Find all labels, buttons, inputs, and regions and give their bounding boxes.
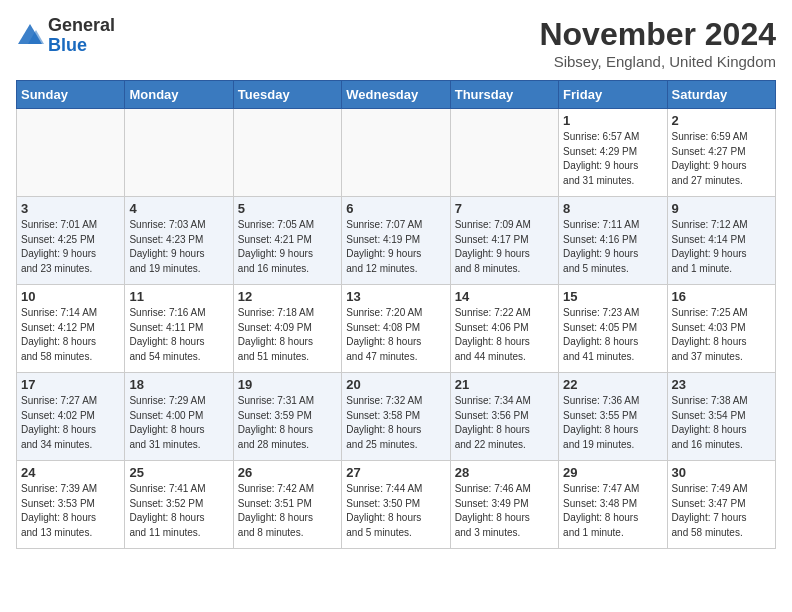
calendar-cell: 5Sunrise: 7:05 AM Sunset: 4:21 PM Daylig…: [233, 197, 341, 285]
calendar-cell: 6Sunrise: 7:07 AM Sunset: 4:19 PM Daylig…: [342, 197, 450, 285]
calendar-week-3: 10Sunrise: 7:14 AM Sunset: 4:12 PM Dayli…: [17, 285, 776, 373]
day-info: Sunrise: 7:23 AM Sunset: 4:05 PM Dayligh…: [563, 306, 662, 364]
calendar-week-2: 3Sunrise: 7:01 AM Sunset: 4:25 PM Daylig…: [17, 197, 776, 285]
column-header-sunday: Sunday: [17, 81, 125, 109]
calendar-cell: 15Sunrise: 7:23 AM Sunset: 4:05 PM Dayli…: [559, 285, 667, 373]
day-info: Sunrise: 7:29 AM Sunset: 4:00 PM Dayligh…: [129, 394, 228, 452]
month-title: November 2024: [539, 16, 776, 53]
day-info: Sunrise: 7:41 AM Sunset: 3:52 PM Dayligh…: [129, 482, 228, 540]
day-number: 2: [672, 113, 771, 128]
calendar-table: SundayMondayTuesdayWednesdayThursdayFrid…: [16, 80, 776, 549]
calendar-cell: 29Sunrise: 7:47 AM Sunset: 3:48 PM Dayli…: [559, 461, 667, 549]
calendar-cell: 18Sunrise: 7:29 AM Sunset: 4:00 PM Dayli…: [125, 373, 233, 461]
calendar-cell: 19Sunrise: 7:31 AM Sunset: 3:59 PM Dayli…: [233, 373, 341, 461]
day-number: 26: [238, 465, 337, 480]
day-number: 9: [672, 201, 771, 216]
day-number: 5: [238, 201, 337, 216]
calendar-cell: 2Sunrise: 6:59 AM Sunset: 4:27 PM Daylig…: [667, 109, 775, 197]
day-info: Sunrise: 7:09 AM Sunset: 4:17 PM Dayligh…: [455, 218, 554, 276]
day-info: Sunrise: 7:22 AM Sunset: 4:06 PM Dayligh…: [455, 306, 554, 364]
calendar-cell: 24Sunrise: 7:39 AM Sunset: 3:53 PM Dayli…: [17, 461, 125, 549]
calendar-week-1: 1Sunrise: 6:57 AM Sunset: 4:29 PM Daylig…: [17, 109, 776, 197]
title-block: November 2024 Sibsey, England, United Ki…: [539, 16, 776, 70]
calendar-cell: 4Sunrise: 7:03 AM Sunset: 4:23 PM Daylig…: [125, 197, 233, 285]
calendar-cell: 7Sunrise: 7:09 AM Sunset: 4:17 PM Daylig…: [450, 197, 558, 285]
day-number: 30: [672, 465, 771, 480]
day-number: 25: [129, 465, 228, 480]
location: Sibsey, England, United Kingdom: [539, 53, 776, 70]
day-number: 28: [455, 465, 554, 480]
calendar-cell: 26Sunrise: 7:42 AM Sunset: 3:51 PM Dayli…: [233, 461, 341, 549]
day-number: 20: [346, 377, 445, 392]
day-info: Sunrise: 7:39 AM Sunset: 3:53 PM Dayligh…: [21, 482, 120, 540]
day-number: 7: [455, 201, 554, 216]
day-number: 17: [21, 377, 120, 392]
column-header-monday: Monday: [125, 81, 233, 109]
calendar-cell: [125, 109, 233, 197]
calendar-cell: 25Sunrise: 7:41 AM Sunset: 3:52 PM Dayli…: [125, 461, 233, 549]
day-info: Sunrise: 6:59 AM Sunset: 4:27 PM Dayligh…: [672, 130, 771, 188]
day-info: Sunrise: 7:25 AM Sunset: 4:03 PM Dayligh…: [672, 306, 771, 364]
calendar-cell: 22Sunrise: 7:36 AM Sunset: 3:55 PM Dayli…: [559, 373, 667, 461]
calendar-cell: [450, 109, 558, 197]
day-number: 12: [238, 289, 337, 304]
day-info: Sunrise: 7:07 AM Sunset: 4:19 PM Dayligh…: [346, 218, 445, 276]
day-info: Sunrise: 7:32 AM Sunset: 3:58 PM Dayligh…: [346, 394, 445, 452]
day-number: 22: [563, 377, 662, 392]
calendar-cell: 21Sunrise: 7:34 AM Sunset: 3:56 PM Dayli…: [450, 373, 558, 461]
day-info: Sunrise: 7:46 AM Sunset: 3:49 PM Dayligh…: [455, 482, 554, 540]
day-info: Sunrise: 7:47 AM Sunset: 3:48 PM Dayligh…: [563, 482, 662, 540]
column-header-friday: Friday: [559, 81, 667, 109]
day-info: Sunrise: 7:34 AM Sunset: 3:56 PM Dayligh…: [455, 394, 554, 452]
day-number: 3: [21, 201, 120, 216]
logo-icon: [16, 22, 44, 50]
column-header-tuesday: Tuesday: [233, 81, 341, 109]
day-info: Sunrise: 7:03 AM Sunset: 4:23 PM Dayligh…: [129, 218, 228, 276]
logo-text: General Blue: [48, 16, 115, 56]
calendar-cell: [342, 109, 450, 197]
calendar-cell: 16Sunrise: 7:25 AM Sunset: 4:03 PM Dayli…: [667, 285, 775, 373]
day-info: Sunrise: 7:31 AM Sunset: 3:59 PM Dayligh…: [238, 394, 337, 452]
calendar-cell: 8Sunrise: 7:11 AM Sunset: 4:16 PM Daylig…: [559, 197, 667, 285]
day-number: 23: [672, 377, 771, 392]
day-info: Sunrise: 7:14 AM Sunset: 4:12 PM Dayligh…: [21, 306, 120, 364]
day-info: Sunrise: 6:57 AM Sunset: 4:29 PM Dayligh…: [563, 130, 662, 188]
day-number: 27: [346, 465, 445, 480]
calendar-cell: 28Sunrise: 7:46 AM Sunset: 3:49 PM Dayli…: [450, 461, 558, 549]
calendar-cell: 23Sunrise: 7:38 AM Sunset: 3:54 PM Dayli…: [667, 373, 775, 461]
day-number: 18: [129, 377, 228, 392]
day-number: 13: [346, 289, 445, 304]
day-info: Sunrise: 7:01 AM Sunset: 4:25 PM Dayligh…: [21, 218, 120, 276]
day-info: Sunrise: 7:49 AM Sunset: 3:47 PM Dayligh…: [672, 482, 771, 540]
calendar-cell: 17Sunrise: 7:27 AM Sunset: 4:02 PM Dayli…: [17, 373, 125, 461]
calendar-cell: 13Sunrise: 7:20 AM Sunset: 4:08 PM Dayli…: [342, 285, 450, 373]
day-number: 21: [455, 377, 554, 392]
day-info: Sunrise: 7:16 AM Sunset: 4:11 PM Dayligh…: [129, 306, 228, 364]
calendar-cell: [233, 109, 341, 197]
day-number: 11: [129, 289, 228, 304]
calendar-cell: 9Sunrise: 7:12 AM Sunset: 4:14 PM Daylig…: [667, 197, 775, 285]
column-header-thursday: Thursday: [450, 81, 558, 109]
day-number: 16: [672, 289, 771, 304]
day-info: Sunrise: 7:42 AM Sunset: 3:51 PM Dayligh…: [238, 482, 337, 540]
logo: General Blue: [16, 16, 115, 56]
day-number: 14: [455, 289, 554, 304]
day-number: 8: [563, 201, 662, 216]
calendar-header-row: SundayMondayTuesdayWednesdayThursdayFrid…: [17, 81, 776, 109]
calendar-cell: [17, 109, 125, 197]
day-info: Sunrise: 7:05 AM Sunset: 4:21 PM Dayligh…: [238, 218, 337, 276]
day-number: 19: [238, 377, 337, 392]
calendar-cell: 10Sunrise: 7:14 AM Sunset: 4:12 PM Dayli…: [17, 285, 125, 373]
calendar-cell: 27Sunrise: 7:44 AM Sunset: 3:50 PM Dayli…: [342, 461, 450, 549]
day-info: Sunrise: 7:11 AM Sunset: 4:16 PM Dayligh…: [563, 218, 662, 276]
calendar-cell: 11Sunrise: 7:16 AM Sunset: 4:11 PM Dayli…: [125, 285, 233, 373]
day-number: 6: [346, 201, 445, 216]
calendar-cell: 20Sunrise: 7:32 AM Sunset: 3:58 PM Dayli…: [342, 373, 450, 461]
day-info: Sunrise: 7:38 AM Sunset: 3:54 PM Dayligh…: [672, 394, 771, 452]
column-header-saturday: Saturday: [667, 81, 775, 109]
calendar-cell: 3Sunrise: 7:01 AM Sunset: 4:25 PM Daylig…: [17, 197, 125, 285]
day-number: 1: [563, 113, 662, 128]
column-header-wednesday: Wednesday: [342, 81, 450, 109]
calendar-cell: 1Sunrise: 6:57 AM Sunset: 4:29 PM Daylig…: [559, 109, 667, 197]
day-number: 15: [563, 289, 662, 304]
